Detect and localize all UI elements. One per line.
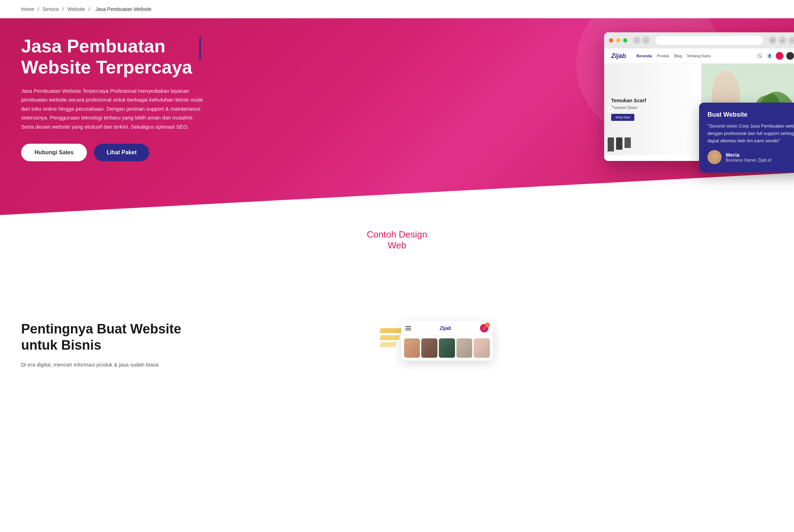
testimonial-avatar	[707, 150, 722, 164]
testimonial-author-role: Business Owner Zijab.id	[726, 158, 771, 163]
breadcrumb-sep2: /	[63, 6, 65, 12]
mobile-product-3	[439, 338, 455, 358]
inner-prev-arrow: ‹	[607, 106, 613, 112]
spacer	[0, 258, 794, 300]
inner-search-icon: 🔍	[756, 52, 763, 59]
mobile-product-2	[421, 338, 437, 358]
breadcrumb-website[interactable]: Website	[67, 6, 85, 12]
contact-sales-button[interactable]: Hubungi Sales	[21, 144, 87, 161]
browser-dot-green	[623, 38, 627, 43]
inner-site-nav: Beranda Produk Blog Tentang Kami	[636, 54, 710, 58]
browser-toolbar: ‹ › ↺ + ⋯	[604, 32, 794, 48]
testimonial-title: Buat Website	[707, 111, 794, 118]
browser-back-btn[interactable]: ‹	[633, 37, 641, 44]
mobile-ham-line2	[405, 328, 411, 329]
design-section-label: Contoh Design Web	[0, 215, 794, 258]
inner-cart-icon	[776, 52, 783, 60]
inner-menu-icon	[786, 52, 794, 60]
inner-site-header: Zijab Beranda Produk Blog Tentang Kami 🔍…	[604, 48, 794, 64]
gold-stripe-3	[379, 342, 397, 347]
hero-right-mockup: ‹ › ↺ + ⋯ Zijab Beranda Produk	[604, 32, 794, 161]
bottom-title: Pentingnya Buat Website untuk Bisnis	[21, 321, 352, 353]
browser-tab-btn[interactable]: +	[779, 37, 786, 44]
breadcrumb: Home / Service / Website / Jasa Pembuata…	[0, 0, 794, 18]
mobile-header: Zijab 🛒 1	[401, 321, 493, 336]
inner-hero-subtitle: Premium Disini	[611, 105, 694, 110]
inner-hero-left: ‹ Temukan Scarf Premium Disini Shop Now	[604, 64, 701, 155]
browser-forward-btn[interactable]: ›	[642, 37, 650, 44]
hero-buttons: Hubungi Sales Lihat Paket	[21, 144, 435, 161]
mobile-cart-badge: 1	[485, 323, 490, 327]
browser-nav-buttons: ‹ ›	[633, 37, 650, 44]
mobile-cart-icon: 🛒 1	[480, 324, 488, 332]
mobile-device: Zijab 🛒 1	[401, 321, 493, 361]
breadcrumb-service[interactable]: Service	[43, 6, 59, 12]
mobile-product-4	[456, 338, 473, 358]
design-label-line1: Contoh Design	[21, 229, 773, 240]
inner-nav-blog: Blog	[674, 54, 682, 58]
bottom-section: Pentingnya Buat Website untuk Bisnis Di …	[0, 300, 794, 434]
mobile-logo: Zijab	[440, 325, 451, 331]
browser-dot-yellow	[616, 38, 620, 43]
mobile-products-grid	[401, 336, 493, 361]
bottom-description: Di era digital, mencari informasi produk…	[21, 360, 352, 369]
browser-reload-btn[interactable]: ↺	[769, 37, 776, 44]
inner-product-bottle-3	[625, 137, 631, 148]
mobile-product-1	[404, 338, 420, 358]
breadcrumb-home[interactable]: Home	[21, 6, 34, 12]
testimonial-author-info: Meria Business Owner Zijab.id	[726, 152, 771, 163]
testimonial-author: Meria Business Owner Zijab.id	[707, 150, 794, 164]
hero-title: Jasa Pembuatan Website Terpercaya	[21, 36, 435, 78]
breadcrumb-sep3: /	[89, 6, 91, 12]
mobile-ham-line1	[405, 326, 411, 327]
breadcrumb-current: Jasa Pembuatan Website	[95, 6, 151, 12]
hero-section: Jasa Pembuatan Website Terpercaya Jasa P…	[0, 18, 794, 215]
inner-site-logo: Zijab	[611, 52, 626, 60]
inner-user-icon: 👤	[766, 52, 773, 59]
hero-title-text: Jasa Pembuatan Website Terpercaya	[21, 36, 192, 78]
inner-nav-tentang: Tentang Kami	[687, 54, 710, 58]
browser-dot-red	[609, 38, 613, 43]
gold-stripe-2	[379, 335, 400, 340]
design-label-line2: Web	[21, 240, 773, 251]
inner-nav-beranda: Beranda	[636, 54, 652, 58]
inner-nav-produk: Produk	[657, 54, 669, 58]
inner-products-row	[608, 137, 631, 151]
hero-description: Jasa Pembuatan Website Terpercaya Profes…	[21, 86, 204, 131]
browser-address-bar[interactable]	[655, 36, 763, 45]
view-package-button[interactable]: Lihat Paket	[94, 144, 149, 161]
bottom-right-mockup: Zijab 🛒 1	[380, 321, 773, 420]
inner-hero-btn: Shop Now	[611, 114, 634, 121]
hero-title-cursor	[199, 37, 201, 60]
testimonial-author-name: Meria	[726, 152, 771, 158]
inner-product-bottle-2	[616, 137, 622, 150]
hero-left-content: Jasa Pembuatan Website Terpercaya Jasa P…	[21, 32, 435, 161]
mobile-hamburger-icon	[405, 326, 411, 330]
breadcrumb-sep1: /	[38, 6, 40, 12]
mobile-product-5	[474, 338, 490, 358]
bottom-left-content: Pentingnya Buat Website untuk Bisnis Di …	[21, 321, 352, 369]
testimonial-card: Buat Website "Second vision Corp Jasa Pe…	[699, 103, 794, 173]
mobile-mockup-container: Zijab 🛒 1	[380, 321, 500, 420]
testimonial-avatar-image	[707, 150, 722, 164]
inner-hero-title: Temukan Scarf	[611, 98, 694, 103]
inner-product-bottle-1	[608, 137, 614, 151]
hero-bg-cut	[0, 173, 794, 215]
browser-more-btn[interactable]: ⋯	[788, 37, 794, 44]
mobile-ham-line3	[405, 330, 411, 330]
browser-action-buttons: ↺ + ⋯	[769, 37, 794, 44]
testimonial-quote: "Second vision Corp Jasa Pembuatan websi…	[707, 123, 794, 144]
inner-nav-icons: 🔍 👤	[756, 52, 794, 60]
